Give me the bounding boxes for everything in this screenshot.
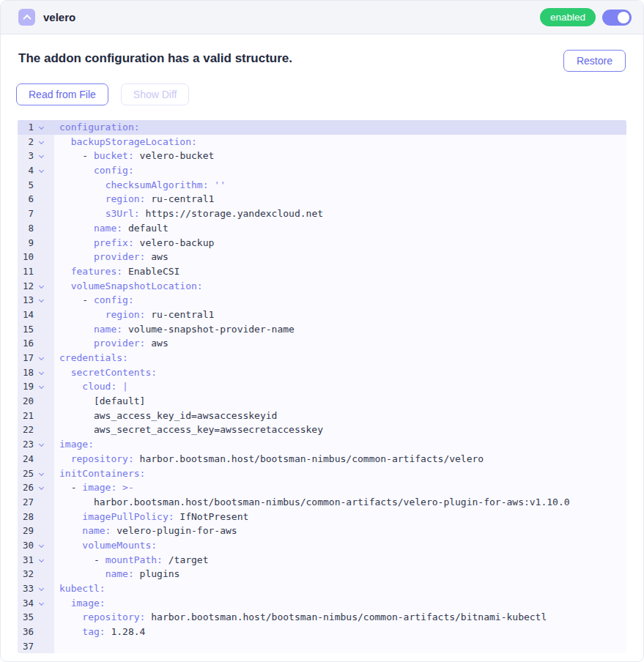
editor-line[interactable]: 35 repository: harbor.bootsman.host/boot… <box>18 610 626 625</box>
editor-line[interactable]: 22 aws_secret_access_key=awssecretaccess… <box>18 423 626 437</box>
editor-line[interactable]: 10 provider: aws <box>18 250 626 264</box>
fold-chevron-icon[interactable] <box>39 586 44 591</box>
line-number: 8 <box>18 221 34 236</box>
editor-line[interactable]: 5 checksumAlgorithm: '' <box>18 178 626 193</box>
editor-line[interactable]: 23image: <box>18 437 626 452</box>
editor-gutter: 29 <box>18 524 54 538</box>
read-from-file-button[interactable]: Read from File <box>16 83 108 105</box>
line-number: 17 <box>18 351 34 365</box>
editor-line[interactable]: 31 - mountPath: /target <box>18 553 626 568</box>
editor-gutter: 36 <box>18 625 54 639</box>
editor-line[interactable]: 20 [default] <box>18 394 626 409</box>
editor-gutter: 28 <box>18 510 54 524</box>
code-text: region: ru-central1 <box>54 308 214 322</box>
status-badge: enabled <box>540 8 596 26</box>
editor-line[interactable]: 33kubectl: <box>18 581 626 596</box>
fold-chevron-icon[interactable] <box>39 470 44 475</box>
fold-cell <box>34 236 54 250</box>
editor-line[interactable]: 13 - config: <box>18 293 626 308</box>
fold-cell <box>34 437 54 452</box>
editor-gutter: 11 <box>18 264 54 279</box>
editor-line[interactable]: 29 name: velero-plugin-for-aws <box>18 524 626 538</box>
code-text: configuration: <box>54 120 140 135</box>
editor-gutter: 15 <box>18 322 54 337</box>
line-number: 34 <box>18 596 34 611</box>
fold-chevron-icon[interactable] <box>39 153 44 158</box>
code-text: config: <box>54 163 134 178</box>
editor-gutter: 3 <box>18 149 54 163</box>
fold-chevron-icon[interactable] <box>39 442 44 447</box>
editor-line[interactable]: 15 name: volume-snapshot-provider-name <box>18 322 626 337</box>
line-number: 29 <box>18 524 34 538</box>
editor-line[interactable]: 26 - image: >- <box>18 480 626 495</box>
editor-gutter: 13 <box>18 293 54 308</box>
editor-line[interactable]: 30 volumeMounts: <box>18 538 626 553</box>
code-text: s3Url: https://storage.yandexcloud.net <box>54 207 323 221</box>
fold-chevron-icon[interactable] <box>39 543 44 548</box>
code-text: cloud: | <box>54 379 128 394</box>
editor-gutter: 5 <box>18 178 54 193</box>
editor-line[interactable]: 4 config: <box>18 163 626 178</box>
fold-chevron-icon[interactable] <box>39 355 44 360</box>
editor-gutter: 32 <box>18 567 54 581</box>
editor-line[interactable]: 32 name: plugins <box>18 567 626 581</box>
chevron-up-icon <box>23 14 31 22</box>
editor-line[interactable]: 37 <box>18 639 626 654</box>
editor-line[interactable]: 1configuration: <box>18 120 626 135</box>
editor-line[interactable]: 7 s3Url: https://storage.yandexcloud.net <box>18 207 626 221</box>
editor-line[interactable]: 11 features: EnableCSI <box>18 264 626 279</box>
editor-line[interactable]: 25initContainers: <box>18 466 626 481</box>
fold-cell <box>34 639 54 654</box>
editor-line[interactable]: 17credentials: <box>18 351 626 365</box>
fold-cell <box>34 510 54 524</box>
fold-chevron-icon[interactable] <box>39 168 44 173</box>
collapse-button[interactable] <box>18 9 35 26</box>
editor-line[interactable]: 34 image: <box>18 596 626 611</box>
fold-chevron-icon[interactable] <box>39 283 44 289</box>
fold-chevron-icon[interactable] <box>39 297 44 302</box>
editor-line[interactable]: 28 imagePullPolicy: IfNotPresent <box>18 510 626 524</box>
fold-chevron-icon[interactable] <box>39 557 44 562</box>
editor-line[interactable]: 14 region: ru-central1 <box>18 308 626 322</box>
editor-line[interactable]: 12 volumeSnapshotLocation: <box>18 279 626 294</box>
editor-gutter: 8 <box>18 221 54 236</box>
fold-chevron-icon[interactable] <box>39 139 44 144</box>
code-editor[interactable]: 1configuration:2 backupStorageLocation:3… <box>18 120 626 653</box>
editor-line[interactable]: 16 provider: aws <box>18 336 626 351</box>
line-number: 5 <box>18 178 34 193</box>
fold-cell <box>34 379 54 394</box>
fold-chevron-icon[interactable] <box>39 370 44 375</box>
code-text: name: plugins <box>54 567 179 581</box>
fold-chevron-icon[interactable] <box>39 485 44 490</box>
editor-line[interactable]: 8 name: default <box>18 221 626 236</box>
status-row: The addon configuration has a valid stru… <box>16 50 628 72</box>
fold-chevron-icon[interactable] <box>39 600 44 606</box>
editor-line[interactable]: 9 prefix: velero-backup <box>18 236 626 250</box>
editor-line[interactable]: 3 - bucket: velero-bucket <box>18 149 626 163</box>
editor-gutter: 22 <box>18 423 54 437</box>
restore-button[interactable]: Restore <box>563 50 626 72</box>
line-number: 33 <box>18 581 34 596</box>
editor-line[interactable]: 24 repository: harbor.bootsman.host/boot… <box>18 452 626 466</box>
editor-line[interactable]: 27 harbor.bootsman.host/bootsman-nimbus/… <box>18 495 626 510</box>
line-number: 9 <box>18 236 34 250</box>
editor-gutter: 37 <box>18 639 54 654</box>
fold-chevron-icon[interactable] <box>39 124 44 130</box>
editor-line[interactable]: 19 cloud: | <box>18 379 626 394</box>
line-number: 15 <box>18 322 34 337</box>
line-number: 26 <box>18 480 34 495</box>
code-text: secretContents: <box>54 365 157 380</box>
enable-toggle[interactable] <box>602 10 632 26</box>
editor-line[interactable]: 21 aws_access_key_id=awsaccesskeyid <box>18 409 626 423</box>
fold-chevron-icon[interactable] <box>39 384 44 389</box>
code-text: name: velero-plugin-for-aws <box>54 524 237 538</box>
line-number: 21 <box>18 409 34 423</box>
editor-line[interactable]: 18 secretContents: <box>18 365 626 380</box>
editor-line[interactable]: 6 region: ru-central1 <box>18 192 626 207</box>
code-text: tag: 1.28.4 <box>54 625 145 639</box>
editor-line[interactable]: 36 tag: 1.28.4 <box>18 625 626 639</box>
editor-line[interactable]: 2 backupStorageLocation: <box>18 135 626 149</box>
fold-cell <box>34 221 54 236</box>
show-diff-button[interactable]: Show Diff <box>121 83 190 105</box>
fold-cell <box>34 610 54 625</box>
